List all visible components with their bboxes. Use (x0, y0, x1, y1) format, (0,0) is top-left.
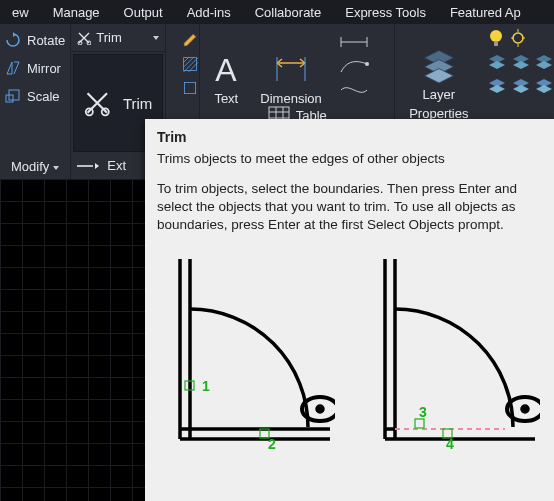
fig-num-3: 3 (419, 404, 427, 420)
dimension-label: Dimension (260, 91, 321, 106)
fig-num-4: 4 (446, 436, 454, 449)
layer-label1: Layer (423, 87, 456, 102)
layer-swatch-2[interactable] (512, 54, 529, 72)
menu-collaborate[interactable]: Collaborate (243, 2, 334, 23)
svg-point-44 (522, 406, 528, 412)
extend-label: Ext (107, 158, 126, 173)
svg-rect-9 (185, 82, 196, 93)
trim-header-label: Trim (96, 30, 122, 45)
linear-dim-button[interactable] (334, 32, 374, 52)
spline-icon (339, 82, 369, 98)
menubar: ew Manage Output Add-ins Collaborate Exp… (0, 0, 554, 24)
rotate-icon (5, 32, 21, 48)
text-icon: A (208, 51, 244, 87)
dimension-icon (273, 51, 309, 87)
dimension-button[interactable]: Dimension (252, 28, 329, 106)
svg-point-25 (513, 33, 523, 43)
layer-swatch-5[interactable] (512, 78, 529, 96)
tooltip-fig-before: 1 2 (160, 249, 335, 453)
canvas-grid (0, 179, 145, 501)
svg-rect-24 (494, 41, 498, 46)
panel-title-modify[interactable]: Modify (0, 156, 70, 179)
leader-icon (339, 58, 369, 74)
layer-properties-button[interactable]: Layer (395, 24, 482, 102)
mirror-icon (5, 60, 21, 76)
menu-view[interactable]: ew (0, 2, 41, 23)
linear-icon (339, 34, 369, 50)
bulb-on-icon[interactable] (488, 28, 504, 48)
rotate-button[interactable]: Rotate (3, 26, 67, 54)
rotate-label: Rotate (27, 33, 65, 48)
svg-rect-46 (415, 419, 424, 428)
leader-button[interactable] (334, 56, 374, 76)
svg-text:A: A (216, 52, 238, 87)
trim-big-label: Trim (123, 95, 152, 112)
extend-icon (77, 159, 99, 173)
sun-icon[interactable] (510, 28, 526, 48)
mirror-label: Mirror (27, 61, 61, 76)
svg-point-35 (317, 406, 323, 412)
scissors-icon (77, 31, 91, 45)
centerline-button[interactable] (334, 80, 374, 100)
drawing-canvas[interactable] (0, 179, 145, 501)
layer-swatch-4[interactable] (488, 78, 505, 96)
tooltip-figures: 1 2 3 4 (157, 249, 542, 453)
menu-express-tools[interactable]: Express Tools (333, 2, 438, 23)
trim-split-button[interactable]: Trim (71, 24, 165, 52)
scale-button[interactable]: Scale (3, 82, 67, 110)
svg-rect-8 (184, 58, 197, 71)
text-button[interactable]: A Text (200, 28, 252, 106)
text-label: Text (214, 91, 238, 106)
tooltip-title: Trim (157, 129, 542, 145)
mirror-button[interactable]: Mirror (3, 54, 67, 82)
menu-featured-apps[interactable]: Featured Ap (438, 2, 533, 23)
menu-addins[interactable]: Add-ins (175, 2, 243, 23)
menu-manage[interactable]: Manage (41, 2, 112, 23)
tooltip-subtitle: Trims objects to meet the edges of other… (157, 151, 542, 166)
panel-modify: Rotate Mirror Scale Modify (0, 24, 70, 179)
layer-swatch-6[interactable] (535, 78, 552, 96)
layer-swatch-1[interactable] (488, 54, 505, 72)
tooltip-body: To trim objects, select the boundaries. … (157, 180, 542, 235)
svg-point-17 (365, 62, 369, 66)
chevron-down-icon (153, 36, 159, 40)
layer-swatch-3[interactable] (535, 54, 552, 72)
fig-num-1: 1 (202, 378, 210, 394)
menu-output[interactable]: Output (112, 2, 175, 23)
fig-num-2: 2 (268, 436, 276, 449)
scale-label: Scale (27, 89, 60, 104)
layers-icon (421, 47, 457, 83)
scissors-large-icon (84, 88, 111, 118)
tooltip-fig-after: 3 4 (365, 249, 540, 453)
scale-icon (5, 88, 21, 104)
tooltip-trim: Trim Trims objects to meet the edges of … (145, 119, 554, 501)
svg-point-23 (490, 30, 502, 42)
